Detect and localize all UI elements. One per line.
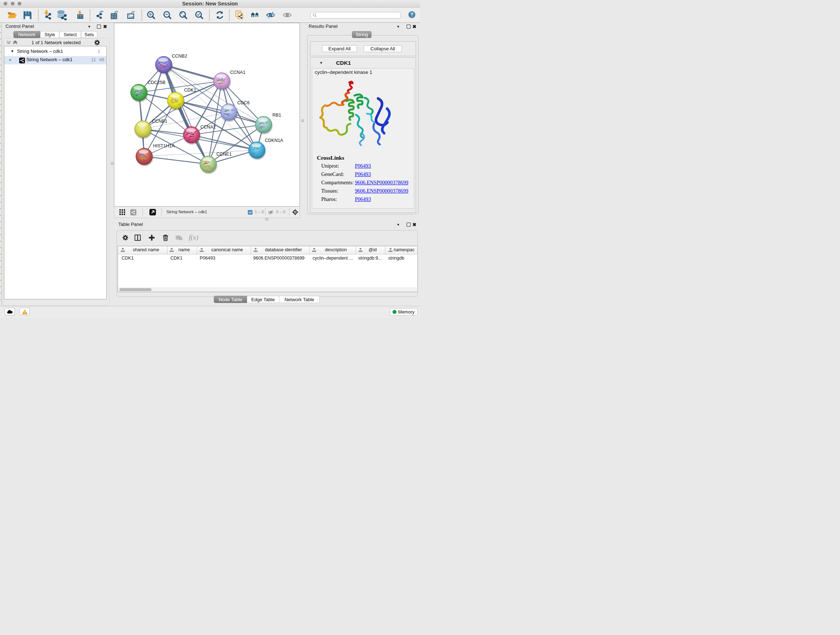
svg-text:CDC25B: CDC25B: [148, 80, 165, 85]
svg-text:CDK1: CDK1: [184, 88, 196, 93]
svg-text:?: ?: [410, 11, 414, 17]
svg-text:CCNB1: CCNB1: [152, 119, 167, 124]
svg-text:CCNA1: CCNA1: [230, 70, 245, 75]
svg-text:CCNE1: CCNE1: [216, 152, 232, 157]
svg-text:CDC6: CDC6: [237, 100, 249, 105]
svg-text:HIST1H1A: HIST1H1A: [153, 143, 175, 149]
svg-text:CCNA2: CCNA2: [201, 125, 216, 130]
svg-text:CDKN1A: CDKN1A: [265, 138, 283, 143]
svg-text:CCNB2: CCNB2: [172, 54, 187, 59]
svg-text:RB1: RB1: [272, 112, 281, 118]
